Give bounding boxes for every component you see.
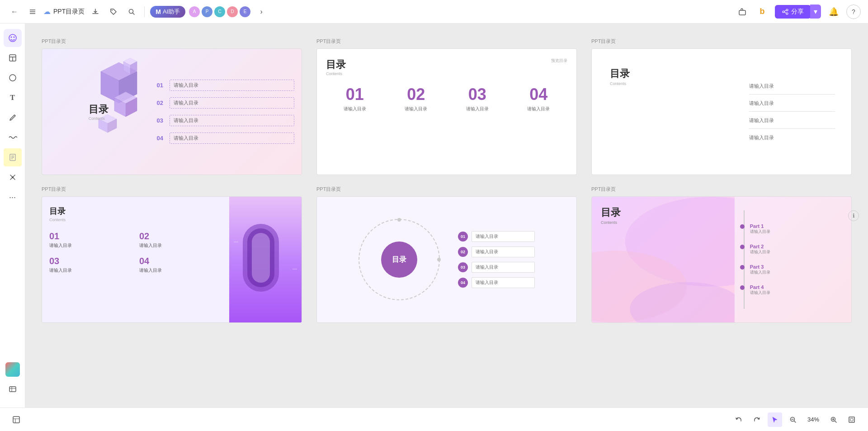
slide-cell-5: PPT目录页 目录 01 请输入目录 — [309, 180, 584, 328]
content-area: PPT目录页 目录 Contents — [25, 24, 868, 407]
left-sidebar: T ··· — [0, 24, 25, 407]
points-icon[interactable]: b — [755, 5, 769, 19]
download-button[interactable] — [88, 5, 103, 19]
slide-4-left: 目录 Contents 01 请输入目录 02 请输入目录 — [42, 197, 229, 322]
svg-point-18 — [9, 75, 16, 81]
share-button[interactable]: 分享 — [775, 5, 811, 19]
slide-5-items: 01 请输入目录 02 请输入目录 03 请输入目录 — [458, 231, 535, 288]
zoom-level[interactable]: 34% — [804, 414, 823, 425]
toolbar-right: b 分享 ▾ 🔔 ? — [735, 5, 861, 19]
timeline-items: Part 1 请输入目录 Part 2 请输入目录 — [740, 223, 846, 296]
help-button[interactable]: ? — [846, 5, 861, 19]
avatar-4[interactable]: D — [227, 6, 238, 17]
toolbar-left: ← ☁ PPT目录页 — [7, 5, 731, 19]
slide-1-item-1: 01 请输入目录 — [157, 80, 294, 91]
slide-5[interactable]: 目录 01 请输入目录 02 请输入目录 — [316, 196, 577, 323]
avatar-1[interactable]: A — [189, 6, 200, 17]
slide-3-item-2: 请输入目录 — [749, 100, 835, 112]
ai-assistant-button[interactable]: M AI助手 — [150, 6, 185, 18]
info-icon[interactable]: ℹ — [848, 210, 859, 221]
avatar-2[interactable]: P — [202, 6, 212, 17]
slide-4[interactable]: 目录 Contents 01 请输入目录 02 请输入目录 — [42, 196, 302, 323]
sidebar-icon-note[interactable] — [4, 148, 22, 166]
timeline-dot-4 — [740, 285, 745, 290]
slide-1-item-4: 04 请输入目录 — [157, 133, 294, 144]
slide-4-grid: 01 请输入目录 02 请输入目录 03 请输入目录 — [49, 231, 222, 274]
share-dropdown-button[interactable]: ▾ — [810, 5, 821, 19]
slide-1-left: 目录 Contents — [42, 49, 146, 175]
timeline-dot-2 — [740, 245, 745, 249]
avatar-icons: A P C D E — [189, 6, 250, 17]
info-panel: ℹ — [848, 210, 859, 221]
slide-5-item-1: 01 请输入目录 — [458, 231, 535, 242]
panel-toggle-button[interactable] — [9, 412, 24, 427]
sidebar-icon-plugin[interactable] — [4, 168, 22, 186]
slide-4-title: 目录 — [49, 206, 222, 217]
timeline-item-4: Part 4 请输入目录 — [740, 284, 846, 296]
slide-2-title: 目录 — [326, 58, 346, 71]
file-title[interactable]: ☁ PPT目录页 — [43, 7, 85, 16]
slide-5-circle: 目录 — [359, 219, 440, 300]
zoom-in-button[interactable] — [826, 412, 841, 427]
zoom-out-button[interactable] — [786, 412, 800, 427]
sidebar-icon-pen[interactable] — [4, 109, 22, 127]
svg-rect-62 — [850, 418, 853, 421]
sidebar-icon-slides[interactable] — [4, 380, 22, 398]
avatar-5[interactable]: E — [240, 6, 250, 17]
undo-button[interactable] — [731, 412, 746, 427]
slide-3-subtitle: Contents — [610, 81, 745, 86]
slide-cell-3: PPT目录页 目录 Contents 请输入目录 请输入目录 请输入目录 请输入… — [584, 33, 859, 180]
slide-5-circle-center: 目录 — [381, 242, 417, 278]
slides-grid: PPT目录页 目录 Contents — [34, 33, 859, 328]
svg-line-58 — [835, 421, 837, 422]
tag-button[interactable] — [106, 5, 121, 19]
slide-label-6: PPT目录页 — [591, 186, 852, 193]
bottom-toolbar: 34% — [0, 407, 868, 431]
fit-screen-button[interactable] — [844, 412, 859, 427]
sidebar-icon-layout[interactable] — [4, 49, 22, 67]
svg-rect-44 — [252, 233, 270, 283]
svg-point-8 — [783, 11, 784, 13]
svg-rect-6 — [739, 10, 745, 15]
toolbar-separator-1 — [144, 6, 145, 17]
slide-4-sub: Contents — [49, 218, 222, 222]
redo-button[interactable] — [750, 412, 764, 427]
slide-3-item-4: 请输入目录 — [749, 134, 835, 141]
svg-line-11 — [784, 12, 786, 13]
briefcase-icon[interactable] — [735, 5, 750, 19]
menu-button[interactable] — [25, 5, 40, 19]
slide-cell-6: PPT目录页 — [584, 180, 859, 328]
back-button[interactable]: ← — [7, 5, 22, 19]
slide-1-title: 目录 — [89, 103, 108, 116]
notification-button[interactable]: 🔔 — [826, 5, 841, 19]
slide-3[interactable]: 目录 Contents 请输入目录 请输入目录 请输入目录 请输入目录 — [591, 48, 852, 175]
sidebar-icon-more[interactable]: ··· — [4, 188, 22, 206]
slide-1-item-2: 02 请输入目录 — [157, 97, 294, 109]
avatar-3[interactable]: C — [214, 6, 225, 17]
slide-2-cols: 01 请输入目录 02 请输入目录 03 请输入目录 04 — [326, 85, 567, 112]
slide-5-item-2: 02 请输入目录 — [458, 246, 535, 257]
pointer-tool-button[interactable] — [768, 412, 782, 427]
slide-5-item-3: 03 请输入目录 — [458, 262, 535, 273]
timeline-item-3: Part 3 请输入目录 — [740, 264, 846, 275]
svg-point-3 — [112, 10, 113, 11]
sidebar-icon-shapes[interactable] — [4, 69, 22, 87]
sidebar-icon-wave[interactable] — [4, 128, 22, 147]
timeline-dot-1 — [740, 224, 745, 229]
svg-point-14 — [13, 37, 14, 38]
slide-4-right — [229, 197, 302, 322]
sidebar-icon-palette[interactable] — [4, 29, 22, 47]
svg-point-7 — [786, 9, 788, 11]
more-apps-button[interactable]: › — [254, 5, 269, 19]
slide-2-header: 目录 Contents 预览目录 — [326, 58, 567, 76]
slide-4-grid-item-1: 01 请输入目录 — [49, 231, 132, 249]
share-button-group: 分享 ▾ — [775, 5, 821, 19]
sidebar-icon-text[interactable]: T — [4, 89, 22, 107]
search-button[interactable] — [124, 5, 139, 19]
slide-2-col-3: 03 请输入目录 — [466, 85, 489, 112]
slide-2[interactable]: 目录 Contents 预览目录 01 请输入目录 02 请输入目录 — [316, 48, 577, 175]
slide-1[interactable]: 目录 Contents — [42, 48, 302, 175]
slide-6[interactable]: 目录 Contents Part 1 请输入目录 — [591, 196, 852, 323]
slide-2-col-2: 02 请输入目录 — [405, 85, 427, 112]
sidebar-color-tool[interactable] — [5, 362, 20, 377]
